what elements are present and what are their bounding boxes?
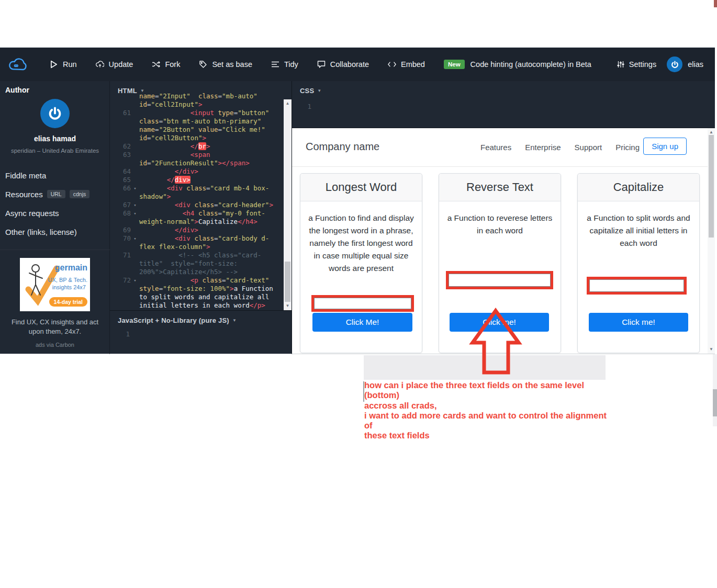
code-line[interactable]: to split words and capitalize all <box>110 293 283 301</box>
code-token <box>139 167 175 175</box>
code-line[interactable]: 72▾ <p class="card-text" <box>110 276 283 285</box>
code-token: type <box>218 109 234 117</box>
page-scrollbar-thumb[interactable] <box>713 389 717 416</box>
code-line[interactable]: 63 <span <box>110 151 283 159</box>
topnav-item-collaborate[interactable]: Collaborate <box>317 60 369 69</box>
fold-arrow-icon[interactable]: ▾ <box>131 184 139 193</box>
resource-badge-url[interactable]: URL <box>47 190 65 198</box>
ad-cta-button[interactable]: 14-day trial <box>49 297 87 307</box>
company-brand[interactable]: Company name <box>306 141 379 153</box>
code-line[interactable]: initial letters in each word</p> <box>110 301 283 310</box>
code-text: flex flex-column"> <box>139 243 210 251</box>
code-token: </h4> <box>238 218 257 225</box>
tag-icon <box>199 60 207 69</box>
topnav-item-embed[interactable]: Embed <box>388 60 425 69</box>
fold-arrow-icon[interactable]: ▾ <box>131 209 139 218</box>
page-canvas: RunUpdateForkSet as baseTidyCollaborateE… <box>0 0 717 588</box>
code-token: <span <box>191 151 210 159</box>
ad-caption[interactable]: Find UX, CX insights and act upon them, … <box>4 318 106 336</box>
code-line[interactable]: 66▾ <div class="card mb-4 box- <box>110 184 283 193</box>
sidebar-item-fiddle-meta[interactable]: Fiddle meta <box>5 166 105 185</box>
code-line[interactable]: 67▾ <div class="card-header"> <box>110 201 283 209</box>
js-panel-header[interactable]: JavaScript + No-Library (pure JS)▼ <box>118 315 237 325</box>
card-title: Reverse Text <box>466 180 533 194</box>
code-line[interactable]: 64 </div> <box>110 167 283 176</box>
html-code-editor[interactable]: name="2Input" class="mb-auto"id="cell2In… <box>110 92 283 310</box>
code-line[interactable]: 68▾ <h4 class="my-0 font- <box>110 209 283 218</box>
scroll-up-icon[interactable]: ▲ <box>284 101 292 106</box>
scroll-up-icon[interactable]: ▲ <box>708 130 715 135</box>
code-line[interactable]: weight-normal">Capitalize</h4> <box>110 218 283 226</box>
code-token: class <box>186 184 206 192</box>
scroll-down-icon[interactable]: ▼ <box>284 303 292 309</box>
code-line[interactable]: 61 <input type="button" <box>110 109 283 117</box>
ad-attribution[interactable]: ads via Carbon <box>0 342 110 348</box>
code-line[interactable]: title" style="font-size: <box>110 259 283 268</box>
topnav-item-run[interactable]: Run <box>50 60 77 69</box>
code-line[interactable]: 70▾ <div class="card-body d- <box>110 234 283 243</box>
code-token: "card-text" <box>226 276 270 284</box>
gutter-spacer <box>131 243 139 251</box>
gutter-spacer <box>131 268 139 276</box>
fold-arrow-icon[interactable]: ▾ <box>131 276 139 285</box>
author-avatar[interactable] <box>40 99 70 128</box>
click-me-button[interactable]: Click me! <box>589 313 688 332</box>
scroll-down-icon[interactable]: ▼ <box>708 347 715 352</box>
resource-badge-cdnjs[interactable]: cdnjs <box>70 190 90 198</box>
code-line[interactable]: id="cell2Button"> <box>110 134 283 142</box>
sidebar-item-async-requests[interactable]: Async requests <box>5 203 105 222</box>
result-nav-support[interactable]: Support <box>575 143 602 152</box>
jsfiddle-logo[interactable] <box>7 54 29 75</box>
editor-scrollbar-track[interactable]: ▲ ▼ <box>284 99 292 310</box>
result-nav-pricing[interactable]: Pricing <box>615 143 640 152</box>
html-editor-panel: HTML▼ name="2Input" class="mb-auto"id="c… <box>110 81 292 310</box>
username[interactable]: elias <box>688 60 703 69</box>
germain-ad-image[interactable]: germain UX, BP & Tech. insights 24x7 14-… <box>20 258 90 311</box>
result-nav-enterprise[interactable]: Enterprise <box>525 143 561 152</box>
code-line[interactable]: 62 </br> <box>110 142 283 151</box>
card-description: a Function to split words and capitalize… <box>584 212 693 250</box>
fold-arrow-icon[interactable]: ▾ <box>131 234 139 243</box>
result-scrollbar-thumb[interactable] <box>709 135 714 238</box>
topnav-item-fork[interactable]: Fork <box>152 60 180 69</box>
code-line[interactable]: id="2FunctionResult"></span> <box>110 159 283 167</box>
topnav-item-tidy[interactable]: Tidy <box>271 60 298 69</box>
topnav-item-update[interactable]: Update <box>96 60 133 69</box>
click-me-button[interactable]: Click Me! <box>312 313 412 332</box>
code-token: id <box>139 100 147 108</box>
code-line[interactable]: class="btn mt-auto btn-primary" <box>110 117 283 126</box>
editor-scrollbar-thumb[interactable] <box>285 262 290 302</box>
beta-announcement[interactable]: Code hinting (autocomplete) in Beta <box>470 60 591 69</box>
chevron-down-icon: ▼ <box>232 318 237 323</box>
sidebar-item-other-links-license-[interactable]: Other (links, license) <box>5 222 105 241</box>
code-line[interactable]: flex flex-column"> <box>110 243 283 251</box>
result-scrollbar-track[interactable]: ▲ ▼ <box>708 128 715 354</box>
topnav-item-set-as-base[interactable]: Set as base <box>199 60 252 69</box>
code-line[interactable]: style="font-size: 100%">a Function <box>110 285 283 293</box>
gutter-spacer <box>131 218 139 226</box>
result-nav-features[interactable]: Features <box>480 143 511 152</box>
code-line[interactable]: shadow"> <box>110 193 283 201</box>
code-line[interactable]: name="2Button" value="Click me!" <box>110 126 283 134</box>
code-line[interactable]: 69 </div> <box>110 226 283 234</box>
author-name[interactable]: elias hamad <box>0 134 110 143</box>
text-input[interactable] <box>589 279 684 292</box>
line-number: 63 <box>110 151 131 159</box>
code-token: <p <box>191 276 198 284</box>
code-line[interactable]: name="2Input" class="mb-auto" <box>110 92 283 100</box>
text-input[interactable] <box>449 274 551 287</box>
code-line[interactable]: 65 </div> <box>110 176 283 184</box>
topnav-item-label: Embed <box>401 60 425 69</box>
user-avatar[interactable] <box>667 56 682 72</box>
sign-up-button[interactable]: Sign up <box>643 138 687 155</box>
code-line[interactable]: 200%">Capitalize</h5> --> <box>110 268 283 276</box>
text-input[interactable] <box>314 298 411 309</box>
fold-arrow-icon[interactable]: ▾ <box>131 201 139 209</box>
code-line[interactable]: 71 <!-- <h5 class="card- <box>110 251 283 259</box>
css-panel-header[interactable]: CSS▼ <box>300 86 321 95</box>
code-line[interactable]: id="cell2Input"> <box>110 100 283 109</box>
code-text: <div class="card-body d- <box>139 234 269 243</box>
code-token: shadow" <box>139 193 167 200</box>
sidebar-item-resources[interactable]: ResourcesURLcdnjs <box>5 185 105 203</box>
settings-button[interactable]: Settings <box>617 60 656 69</box>
